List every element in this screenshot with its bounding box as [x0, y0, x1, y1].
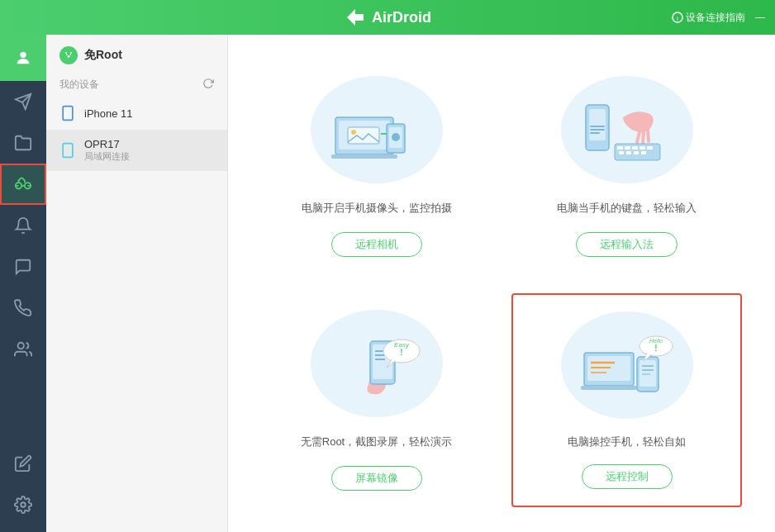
logo-text: AirDroid: [372, 9, 431, 26]
keyboard-svg: [578, 93, 677, 167]
usb-icon: [59, 46, 78, 64]
mirror-illustration: Easy !: [311, 310, 443, 417]
svg-rect-39: [641, 151, 646, 154]
svg-text:!: !: [654, 344, 657, 353]
mirror-desc: 无需Root，截图录屏，轻松演示: [301, 435, 452, 449]
nav-calls[interactable]: [0, 287, 46, 329]
svg-rect-20: [348, 127, 379, 144]
nav-contacts[interactable]: [0, 329, 46, 370]
refresh-icon: [202, 78, 214, 89]
message-icon: [14, 258, 32, 276]
user-avatar-icon: [14, 49, 32, 67]
svg-point-3: [20, 52, 26, 58]
bell-icon: [14, 216, 32, 235]
control-svg: Hello !: [578, 328, 677, 402]
svg-rect-38: [634, 151, 639, 154]
camera-illustration: [311, 76, 443, 183]
sidebar-header: 免Root: [46, 35, 227, 73]
keyboard-button[interactable]: 远程输入法: [576, 232, 678, 257]
guide-link[interactable]: i 设备连接指南: [672, 11, 745, 25]
mirror-button[interactable]: 屏幕镜像: [331, 466, 422, 491]
svg-point-21: [351, 130, 356, 135]
svg-text:Hello: Hello: [649, 338, 663, 344]
topbar: AirDroid i 设备连接指南 —: [0, 0, 775, 35]
nav-notifications[interactable]: [0, 205, 46, 246]
app-logo: AirDroid: [344, 6, 431, 29]
nav-sidebar: [0, 35, 46, 532]
logo-icon: [344, 6, 367, 29]
no-root-label: 免Root: [84, 48, 122, 63]
svg-text:i: i: [677, 15, 678, 22]
android-icon: [59, 142, 76, 159]
keyboard-desc: 电脑当手机的键盘，轻松输入: [557, 201, 697, 216]
svg-rect-35: [647, 146, 653, 150]
svg-point-8: [18, 343, 24, 349]
devices-sidebar: 免Root 我的设备 iPhone 11: [46, 35, 228, 532]
control-illustration: Hello !: [561, 311, 693, 419]
device-info-iphone11: iPhone 11: [84, 107, 133, 120]
svg-point-10: [65, 52, 67, 54]
usb-symbol: [64, 50, 74, 60]
minimize-button[interactable]: —: [755, 12, 765, 23]
svg-rect-55: [639, 360, 656, 387]
svg-rect-19: [331, 154, 397, 159]
contacts-icon: [14, 340, 32, 359]
control-button[interactable]: 远程控制: [582, 464, 673, 489]
svg-rect-12: [68, 55, 69, 57]
svg-marker-0: [347, 9, 364, 26]
edit-icon: [14, 454, 32, 473]
svg-rect-34: [639, 146, 645, 150]
camera-svg: [327, 93, 426, 167]
nav-edit[interactable]: [0, 443, 46, 484]
phone-icon: [14, 299, 32, 317]
nav-avatar[interactable]: [0, 35, 46, 81]
my-devices-section: 我的设备: [46, 73, 227, 97]
iphone-icon: [59, 105, 76, 121]
feature-camera: 电脑开启手机摄像头，监控拍摄 远程相机: [261, 59, 492, 273]
nav-transfer[interactable]: [0, 81, 46, 122]
svg-point-24: [392, 133, 400, 141]
feature-grid: 电脑开启手机摄像头，监控拍摄 远程相机: [228, 35, 775, 532]
svg-rect-31: [617, 146, 623, 150]
svg-rect-26: [589, 109, 606, 140]
device-iphone11[interactable]: iPhone 11: [46, 97, 227, 130]
control-desc: 电脑操控手机，轻松自如: [568, 435, 686, 449]
info-icon: i: [672, 12, 683, 23]
svg-rect-33: [632, 146, 638, 150]
svg-rect-36: [619, 151, 624, 154]
svg-text:!: !: [400, 348, 402, 357]
feature-control: Hello ! 电脑操控手机，轻松自如 远程控制: [511, 293, 742, 507]
settings-icon: [14, 496, 32, 514]
device-info-opr17: OPR17 局域网连接: [84, 138, 130, 163]
camera-desc: 电脑开启手机摄像头，监控拍摄: [302, 201, 452, 216]
feature-mirror: Easy ! 无需Root，截图录屏，轻松演示 屏幕镜像: [261, 293, 492, 507]
svg-point-9: [21, 502, 26, 507]
svg-rect-29: [590, 132, 600, 134]
camera-button[interactable]: 远程相机: [331, 232, 422, 257]
svg-rect-32: [625, 146, 630, 150]
nav-settings[interactable]: [0, 484, 46, 525]
nav-messages[interactable]: [0, 246, 46, 287]
svg-point-11: [70, 52, 72, 54]
svg-rect-50: [581, 386, 637, 390]
svg-rect-28: [590, 129, 605, 131]
svg-rect-27: [590, 126, 605, 127]
main-layout: 免Root 我的设备 iPhone 11: [0, 35, 775, 532]
topbar-controls: i 设备连接指南 —: [672, 11, 765, 25]
refresh-button[interactable]: [202, 78, 214, 92]
mirror-svg: Easy !: [327, 326, 426, 401]
binoculars-icon: [14, 175, 32, 193]
svg-rect-37: [626, 151, 631, 154]
nav-remote[interactable]: [0, 164, 46, 205]
keyboard-illustration: [561, 76, 693, 183]
device-opr17[interactable]: OPR17 局域网连接: [46, 130, 227, 171]
transfer-icon: [14, 93, 32, 111]
feature-keyboard: 电脑当手机的键盘，轻松输入 远程输入法: [511, 59, 742, 273]
nav-bottom-group: [0, 443, 46, 532]
nav-files[interactable]: [0, 122, 46, 164]
folder-icon: [14, 134, 32, 152]
